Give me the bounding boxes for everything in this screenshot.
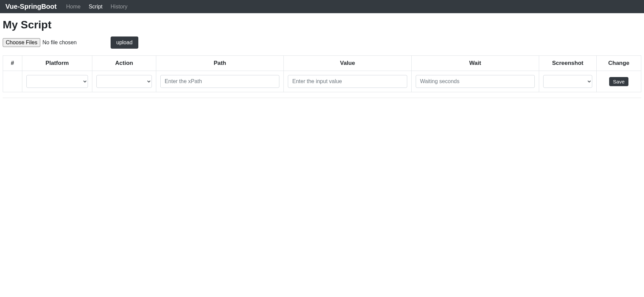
screenshot-select[interactable] (543, 75, 592, 88)
file-input-wrapper: Choose Files No file chosen (3, 38, 77, 47)
upload-button[interactable]: upload (111, 36, 138, 49)
header-path: Path (156, 56, 283, 71)
cell-value (284, 71, 411, 92)
header-wait: Wait (411, 56, 539, 71)
nav-link-home[interactable]: Home (62, 1, 85, 12)
cell-action (92, 71, 156, 92)
table-row: Save (3, 71, 641, 92)
navbar: Vue-SpringBoot Home Script History (0, 0, 644, 13)
divider (3, 98, 641, 98)
nav-link-script[interactable]: Script (85, 1, 107, 12)
action-select[interactable] (96, 75, 152, 88)
save-button[interactable]: Save (609, 77, 628, 86)
cell-platform (22, 71, 92, 92)
platform-select[interactable] (26, 75, 88, 88)
cell-change: Save (596, 71, 641, 92)
wait-input[interactable] (416, 75, 535, 88)
choose-files-button[interactable]: Choose Files (3, 38, 40, 47)
navbar-brand[interactable]: Vue-SpringBoot (5, 3, 56, 10)
value-input[interactable] (288, 75, 407, 88)
header-action: Action (92, 56, 156, 71)
cell-wait (411, 71, 539, 92)
page-title: My Script (3, 19, 641, 31)
header-change: Change (596, 56, 641, 71)
cell-screenshot (539, 71, 597, 92)
upload-row: Choose Files No file chosen upload (3, 36, 641, 49)
header-value: Value (284, 56, 411, 71)
main-container: My Script Choose Files No file chosen up… (0, 13, 644, 106)
script-table: # Platform Action Path Value Wait Screen… (3, 55, 641, 92)
header-screenshot: Screenshot (539, 56, 597, 71)
navbar-nav: Home Script History (62, 4, 131, 10)
cell-hash (3, 71, 22, 92)
nav-link-history[interactable]: History (107, 1, 132, 12)
header-platform: Platform (22, 56, 92, 71)
path-input[interactable] (160, 75, 279, 88)
file-status-text: No file chosen (42, 40, 76, 46)
cell-path (156, 71, 283, 92)
header-hash: # (3, 56, 22, 71)
table-header-row: # Platform Action Path Value Wait Screen… (3, 56, 641, 71)
